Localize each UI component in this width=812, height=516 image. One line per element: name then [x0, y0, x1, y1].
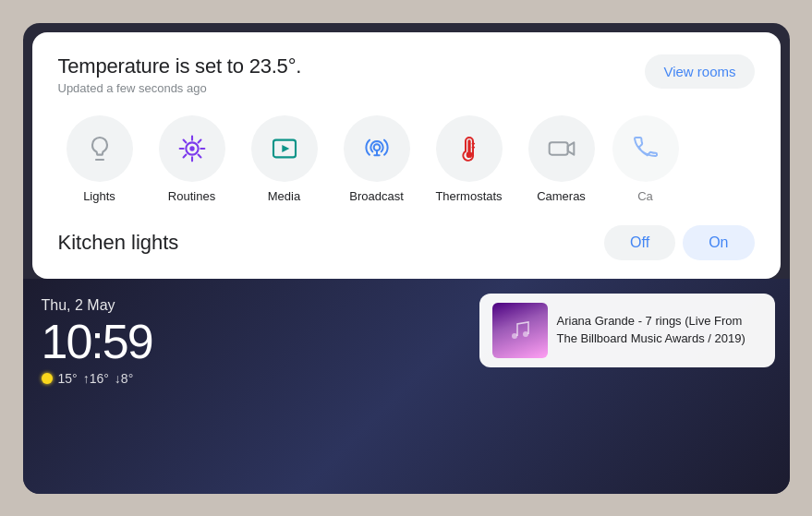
thermostats-label: Thermostats [435, 189, 502, 203]
sidebar-item-lights[interactable]: Lights [58, 115, 141, 203]
sidebar-item-calls[interactable]: Ca [612, 115, 679, 203]
sidebar-item-routines[interactable]: Routines [151, 115, 234, 203]
svg-point-11 [523, 331, 528, 337]
camera-icon [547, 134, 576, 163]
svg-marker-3 [282, 145, 289, 152]
music-card[interactable]: Ariana Grande - 7 rings (Live From The B… [479, 294, 775, 367]
calls-label: Ca [637, 189, 653, 203]
temp-text: Temperature is set to 23.5°. Updated a f… [58, 54, 302, 95]
music-info: Ariana Grande - 7 rings (Live From The B… [557, 313, 762, 346]
day-date: Thu, 2 May [42, 297, 152, 314]
cameras-icon-circle [528, 115, 595, 182]
icons-row: Lights Routines [58, 115, 755, 203]
temp-title: Temperature is set to 23.5°. [58, 54, 302, 78]
media-icon [270, 134, 299, 163]
weather-row: 15° ↑16° ↓8° [42, 371, 152, 386]
routines-icon [177, 134, 207, 163]
screen-frame: Temperature is set to 23.5°. Updated a f… [23, 23, 790, 494]
cameras-label: Cameras [537, 189, 586, 203]
music-note-icon [509, 319, 531, 342]
thermostats-icon-circle [436, 115, 503, 182]
music-title: Ariana Grande - 7 rings (Live From The B… [557, 313, 762, 346]
temp-subtitle: Updated a few seconds ago [58, 81, 302, 95]
white-panel: Temperature is set to 23.5°. Updated a f… [32, 32, 781, 279]
svg-point-6 [466, 151, 472, 158]
svg-point-1 [189, 146, 194, 150]
sidebar-item-broadcast[interactable]: Broadcast [335, 115, 418, 203]
sidebar-item-cameras[interactable]: Cameras [520, 115, 603, 203]
calls-icon-circle [612, 115, 679, 182]
weather-icon [42, 373, 53, 384]
temp-high: ↑16° [83, 371, 109, 386]
kitchen-lights-label: Kitchen lights [58, 231, 179, 255]
media-label: Media [268, 189, 300, 203]
temp-header: Temperature is set to 23.5°. Updated a f… [58, 54, 755, 95]
bulb-icon [85, 134, 115, 163]
svg-rect-9 [549, 142, 567, 154]
broadcast-label: Broadcast [349, 189, 404, 203]
svg-point-10 [512, 333, 517, 339]
routines-icon-circle [159, 115, 225, 182]
toggle-buttons: Off On [604, 225, 754, 260]
sidebar-item-media[interactable]: Media [243, 115, 326, 203]
music-thumbnail [492, 303, 548, 358]
broadcast-icon-circle [344, 115, 410, 182]
temp-current: 15° [58, 371, 78, 386]
routines-label: Routines [168, 189, 215, 203]
lights-label: Lights [83, 189, 115, 203]
view-rooms-button[interactable]: View rooms [645, 54, 754, 89]
music-thumbnail-inner [492, 303, 548, 358]
broadcast-icon [362, 134, 392, 163]
lights-icon-circle [67, 115, 133, 182]
media-icon-circle [251, 115, 318, 182]
bottom-area: Thu, 2 May 10:59 15° ↑16° ↓8° [23, 279, 790, 494]
temp-low: ↓8° [115, 371, 133, 386]
phone-icon [631, 134, 661, 163]
time-display: 10:59 [42, 318, 152, 366]
thermometer-icon [454, 134, 484, 163]
off-button[interactable]: Off [604, 225, 675, 260]
on-button[interactable]: On [683, 225, 754, 260]
datetime-section: Thu, 2 May 10:59 15° ↑16° ↓8° [38, 290, 156, 483]
kitchen-row: Kitchen lights Off On [58, 222, 755, 260]
sidebar-item-thermostats[interactable]: Thermostats [428, 115, 511, 203]
